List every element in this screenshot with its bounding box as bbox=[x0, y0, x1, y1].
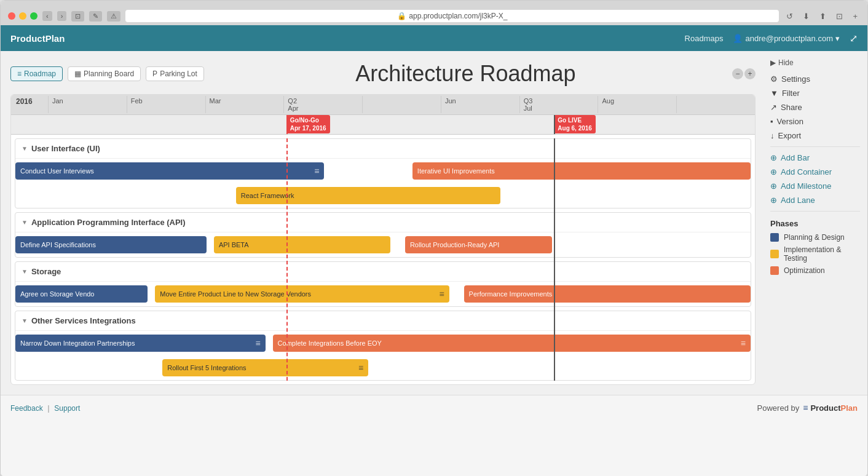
bar-agree-storage[interactable]: Agree on Storage Vendo bbox=[15, 285, 148, 303]
maximize-button[interactable] bbox=[30, 12, 37, 20]
container-storage: ▼ Storage Agree on Storage Vendo bbox=[15, 261, 751, 307]
bar-menu-icon[interactable]: ≡ bbox=[255, 338, 260, 348]
user-icon: 👤 bbox=[733, 34, 743, 43]
container-integrations-title: Other Services Integrations bbox=[31, 316, 136, 325]
bar-rollout-integrations[interactable]: Rollout First 5 Integrations ≡ bbox=[162, 359, 368, 376]
container-storage-header: ▼ Storage bbox=[15, 262, 751, 282]
parking-tab-icon: P bbox=[152, 69, 157, 78]
refresh-button[interactable]: ↺ bbox=[784, 10, 795, 22]
year-label: 2016 bbox=[11, 96, 48, 113]
collapse-storage-button[interactable]: ▼ bbox=[22, 268, 28, 275]
month-mar: Mar bbox=[205, 96, 284, 113]
roadmap-tab-icon: ≡ bbox=[17, 69, 22, 78]
filter-icon: ▼ bbox=[770, 89, 778, 98]
zoom-out-button[interactable]: − bbox=[732, 68, 743, 79]
bar-performance[interactable]: Performance Improvements bbox=[464, 285, 751, 303]
bar-label: Narrow Down Integration Partnerships bbox=[20, 339, 135, 347]
share-label: Share bbox=[781, 103, 802, 112]
app-logo: ProductPlan bbox=[10, 33, 65, 44]
add-milestone-button[interactable]: ⊕ Add Milestone bbox=[770, 181, 860, 191]
sidebar-settings[interactable]: ⚙ Settings bbox=[770, 74, 860, 84]
download-button[interactable]: ⬇ bbox=[800, 10, 812, 22]
divider-2 bbox=[770, 211, 860, 212]
sidebar-version[interactable]: ▪ Version bbox=[770, 117, 860, 126]
url-text: app.productplan.com/jl3kP-X_ bbox=[409, 12, 507, 20]
collapse-ui-button[interactable]: ▼ bbox=[22, 145, 28, 152]
traffic-lights bbox=[8, 12, 37, 20]
add-bar-button[interactable]: ⊕ Add Bar bbox=[770, 153, 860, 162]
timeline-container: 2016 Jan Feb Mar Q2Apr Jun Q3Jul Aug bbox=[10, 94, 756, 385]
close-button[interactable] bbox=[8, 12, 15, 20]
roadmap-area: ≡ Roadmap ▦ Planning Board P Parking Lot… bbox=[1, 51, 763, 395]
month-aug: Aug bbox=[598, 96, 676, 113]
upload-button[interactable]: ⬆ bbox=[817, 10, 829, 22]
bar-iterative-ui[interactable]: Iterative UI Improvements bbox=[412, 162, 751, 180]
powered-by-text: Powered by bbox=[757, 403, 800, 413]
phase-optimization-label: Optimization bbox=[784, 266, 825, 275]
share-button[interactable]: ✎ bbox=[89, 11, 102, 22]
hide-button[interactable]: ▶ Hide bbox=[770, 58, 860, 67]
add-container-button[interactable]: ⊕ Add Container bbox=[770, 167, 860, 177]
tab-roadmap[interactable]: ≡ Roadmap bbox=[10, 66, 63, 81]
divider-1 bbox=[770, 146, 860, 147]
back-button[interactable]: ‹ bbox=[42, 11, 52, 21]
roadmap-tab-label: Roadmap bbox=[24, 69, 56, 78]
app: ProductPlan Roadmaps 👤 andre@productplan… bbox=[1, 25, 867, 476]
container-integrations: ▼ Other Services Integrations Narrow Dow… bbox=[15, 311, 751, 381]
bar-react-framework[interactable]: React Framework bbox=[236, 187, 501, 204]
bar-label: Define API Specifications bbox=[20, 241, 96, 248]
container-storage-title: Storage bbox=[31, 267, 61, 276]
month-sep bbox=[676, 96, 755, 113]
collapse-integrations-button[interactable]: ▼ bbox=[22, 317, 28, 324]
filter-label: Filter bbox=[782, 89, 800, 98]
sidebar-share[interactable]: ↗ Share bbox=[770, 103, 860, 112]
top-nav-right: Roadmaps 👤 andre@productplan.com ▾ ⤢ bbox=[685, 33, 858, 44]
expand-button[interactable]: ⤢ bbox=[850, 33, 858, 44]
bar-menu-icon[interactable]: ≡ bbox=[741, 338, 746, 348]
chevron-down-icon: ▾ bbox=[835, 34, 840, 43]
bar-move-storage[interactable]: Move Entire Product Line to New Storage … bbox=[155, 285, 449, 303]
bar-menu-icon[interactable]: ≡ bbox=[358, 363, 363, 373]
tab-parking-lot[interactable]: P Parking Lot bbox=[146, 66, 204, 81]
bar-label: Performance Improvements bbox=[469, 290, 553, 298]
container-ui-header: ▼ User Interface (UI) bbox=[15, 139, 751, 159]
zoom-in-button[interactable]: + bbox=[744, 68, 756, 79]
reader-button[interactable]: ⊡ bbox=[71, 11, 84, 22]
add-tab-button[interactable]: + bbox=[850, 10, 860, 22]
new-tab-button[interactable]: ⊡ bbox=[834, 10, 845, 22]
add-lane-button[interactable]: ⊕ Add Lane bbox=[770, 196, 860, 205]
phase-planning-color bbox=[770, 233, 779, 242]
footer: Feedback | Support Powered by ≡ ProductP… bbox=[1, 395, 867, 420]
forward-button[interactable]: › bbox=[57, 11, 67, 21]
user-menu[interactable]: 👤 andre@productplan.com ▾ bbox=[733, 34, 840, 43]
title-bar: ≡ Roadmap ▦ Planning Board P Parking Lot… bbox=[10, 61, 756, 87]
address-bar[interactable]: 🔒 app.productplan.com/jl3kP-X_ bbox=[125, 10, 779, 22]
bar-menu-icon[interactable]: ≡ bbox=[314, 166, 319, 176]
bar-label: Agree on Storage Vendo bbox=[20, 290, 94, 298]
minimize-button[interactable] bbox=[19, 12, 26, 20]
bar-label: Rollout Production-Ready API bbox=[410, 241, 500, 248]
collapse-api-button[interactable]: ▼ bbox=[22, 219, 28, 226]
bar-narrow-down[interactable]: Narrow Down Integration Partnerships ≡ bbox=[15, 335, 266, 352]
sidebar-filter[interactable]: ▼ Filter bbox=[770, 89, 860, 98]
bar-define-api[interactable]: Define API Specifications bbox=[15, 236, 207, 253]
support-link[interactable]: Support bbox=[54, 404, 80, 413]
feedback-link[interactable]: Feedback bbox=[10, 404, 43, 413]
planning-tab-label: Planning Board bbox=[84, 69, 134, 78]
bar-label: API BETA bbox=[219, 241, 249, 248]
tab-planning-board[interactable]: ▦ Planning Board bbox=[68, 66, 141, 81]
bar-complete-integrations[interactable]: Complete Integrations Before EOY ≡ bbox=[273, 335, 751, 352]
bar-rollout-api[interactable]: Rollout Production-Ready API bbox=[405, 236, 552, 253]
phases-title: Phases bbox=[770, 219, 860, 228]
roadmaps-link[interactable]: Roadmaps bbox=[685, 34, 724, 43]
alert-button[interactable]: ⚠ bbox=[107, 11, 120, 22]
bar-menu-icon[interactable]: ≡ bbox=[439, 289, 444, 299]
add-lane-icon: ⊕ bbox=[770, 196, 777, 205]
bar-api-beta[interactable]: API BETA bbox=[214, 236, 390, 253]
bar-conduct-user-interviews[interactable]: Conduct User Interviews ≡ bbox=[15, 162, 324, 180]
sidebar-export[interactable]: ↓ Export bbox=[770, 131, 860, 140]
container-api: ▼ Application Programming Interface (API… bbox=[15, 212, 751, 258]
month-q3jul: Q3Jul bbox=[519, 96, 598, 113]
add-bar-label: Add Bar bbox=[781, 153, 810, 162]
ui-lane-1: Conduct User Interviews ≡ Iterative UI I… bbox=[15, 159, 751, 183]
